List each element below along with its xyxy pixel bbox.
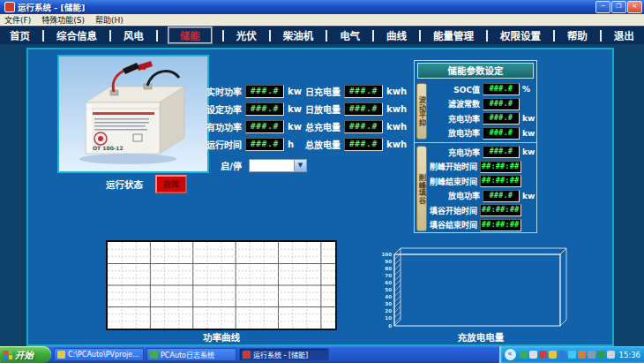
setting-label: 填谷开始时间	[430, 205, 477, 216]
taskbar-task-folder[interactable]: C:\PCAuto\PVproje...	[54, 348, 144, 361]
tray-icon[interactable]	[520, 351, 528, 359]
metric-unit: kwh	[386, 140, 407, 149]
menu-help[interactable]: 帮助(H)	[95, 14, 124, 26]
metric-unit: kwh	[386, 122, 407, 132]
metric-row: 设定功率 ###.# kw	[176, 102, 302, 116]
start-label: 开始	[15, 348, 34, 361]
setting-row: 充电功率 ###.# kw	[430, 111, 535, 126]
nav-item-exit[interactable]: 退出	[611, 27, 637, 43]
setting-row: 削峰结束时间 ##:##:##	[430, 174, 535, 189]
setting-label: 放电功率	[430, 190, 480, 201]
menu-bar: 文件(F) 特殊功能(S) 帮助(H)	[0, 14, 644, 26]
setting-valley-end-time[interactable]: ##:##:##	[480, 219, 521, 231]
metric-label: 总放电量	[289, 138, 341, 151]
setting-row: 填谷结束时间 ##:##:##	[430, 218, 535, 233]
metric-row: 总放电量 ###.# kwh	[289, 138, 407, 151]
setting-unit: kw	[522, 129, 535, 138]
taskbar-task-log-system[interactable]: PCAuto日志系统	[146, 348, 236, 361]
nav-item-home[interactable]: 首页	[7, 27, 33, 43]
desktop: 运行系统 - [储能] ─ ❐ ✕ 文件(F) 特殊功能(S) 帮助(H) 首页…	[0, 0, 644, 363]
start-button[interactable]: 开始	[0, 346, 51, 363]
setting-discharge-power-2[interactable]: ###.#	[483, 190, 520, 202]
folder-icon	[57, 351, 65, 359]
nav-item-diesel[interactable]: 柴油机	[281, 27, 317, 43]
setting-soc[interactable]: ###.#	[483, 83, 520, 95]
setting-row: 填谷开始时间 ##:##:##	[430, 203, 535, 218]
nav-separator	[600, 30, 602, 42]
metric-label: 运行时间	[176, 138, 242, 151]
svg-text:30: 30	[385, 301, 392, 306]
nav-separator	[372, 30, 374, 42]
setting-unit: kw	[522, 147, 535, 156]
display-daily-discharge: ###.#	[344, 102, 383, 116]
setting-valley-start-time[interactable]: ##:##:##	[480, 204, 521, 216]
metric-label: 日放电量	[289, 102, 341, 116]
taskbar-clock[interactable]: 15:36	[619, 351, 641, 359]
setting-row: 充电功率 ###.# kw	[430, 145, 535, 160]
setting-filter-constant[interactable]: ###.#	[483, 98, 520, 110]
nav-item-wind[interactable]: 风电	[121, 27, 146, 43]
display-run-time: ###.#	[245, 138, 284, 151]
menu-special-functions[interactable]: 特殊功能(S)	[41, 14, 85, 26]
metric-unit: kwh	[386, 87, 407, 96]
svg-text:70: 70	[385, 273, 392, 278]
setting-label: 滤波常数	[430, 98, 480, 110]
svg-text:100: 100	[382, 252, 393, 257]
nav-item-help[interactable]: 帮助	[565, 27, 590, 43]
restore-button[interactable]: ❐	[611, 1, 626, 13]
setting-label: 填谷结束时间	[430, 219, 477, 231]
setting-peak-end-time[interactable]: ##:##:##	[480, 175, 521, 187]
chevron-down-icon[interactable]: ▼	[294, 160, 306, 171]
settings-group-smoothing: 波动平抑 SOC值 ###.# % 滤波常数 ###.# 充电功率 ###.#	[415, 80, 536, 142]
start-stop-combobox[interactable]: ▼	[249, 159, 307, 172]
setting-charge-power-1[interactable]: ###.#	[483, 112, 520, 125]
start-stop-label: 启/停	[176, 159, 242, 172]
tray-icon[interactable]	[529, 351, 537, 359]
nav-item-curves[interactable]: 曲线	[384, 27, 409, 43]
nav-item-energy-mgmt[interactable]: 能量管理	[431, 27, 476, 43]
nav-item-permissions[interactable]: 权限设置	[498, 27, 543, 43]
tray-icon[interactable]	[578, 351, 586, 359]
nav-separator	[419, 30, 421, 42]
svg-text:40: 40	[385, 294, 392, 299]
menu-file[interactable]: 文件(F)	[4, 14, 31, 26]
status-label: 运行状态	[79, 178, 143, 191]
nav-item-electrical[interactable]: 电气	[337, 27, 363, 43]
nav-separator	[326, 30, 327, 42]
close-button[interactable]: ✕	[627, 1, 642, 13]
setting-row: 放电功率 ###.# kw	[430, 126, 535, 141]
setting-charge-power-2[interactable]: ###.#	[483, 146, 520, 158]
display-active-power: ###.#	[245, 120, 284, 133]
tray-icon[interactable]	[607, 351, 615, 359]
windows-logo-icon	[4, 351, 12, 359]
metrics-power-column: 实时功率 ###.# kw 设定功率 ###.# kw 有功功率 ###.# k…	[176, 85, 302, 151]
minimize-button[interactable]: ─	[595, 1, 610, 13]
metric-row: 总充电量 ###.# kwh	[289, 120, 407, 133]
display-total-discharge: ###.#	[344, 138, 383, 151]
taskbar-task-runtime-system[interactable]: 运行系统 - [储能]	[239, 348, 329, 361]
nav-separator	[486, 30, 488, 42]
setting-row: 放电功率 ###.# kw	[430, 189, 535, 204]
svg-text:20: 20	[385, 308, 392, 314]
tray-icon[interactable]	[597, 351, 605, 359]
tray-icon[interactable]	[568, 351, 576, 359]
settings-group-peak-shaving: 削峰填谷 充电功率 ###.# kw 削峰开始时间 ##:##:## 削峰结束时…	[415, 142, 536, 234]
nav-separator	[156, 30, 158, 42]
status-lamp: 故障	[155, 175, 187, 193]
setting-discharge-power-1[interactable]: ###.#	[483, 127, 520, 140]
tray-icon[interactable]	[539, 351, 547, 359]
setting-peak-start-time[interactable]: ##:##:##	[480, 161, 521, 173]
setting-label: 充电功率	[430, 147, 480, 158]
settings-panel-title: 储能参数设定	[417, 63, 534, 79]
nav-item-overview[interactable]: 综合信息	[54, 27, 100, 43]
tray-icon[interactable]	[588, 351, 595, 359]
status-row: 运行状态 故障	[79, 175, 187, 193]
tray-icon[interactable]	[558, 351, 566, 359]
nav-item-pv[interactable]: 光伏	[234, 27, 259, 43]
svg-text:50: 50	[385, 287, 392, 292]
tray-collapse-icon[interactable]: «	[505, 349, 516, 360]
tray-icon[interactable]	[549, 351, 557, 359]
storage-page-panel: OT 100-12 运行状态 故障 实时功率 ###.#	[26, 48, 614, 346]
setting-unit: kw	[522, 114, 535, 123]
nav-item-storage[interactable]: 储能	[168, 26, 213, 44]
